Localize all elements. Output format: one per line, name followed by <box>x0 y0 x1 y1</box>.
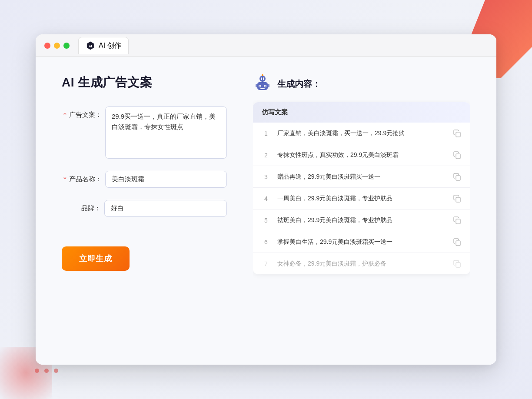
svg-point-14 <box>262 74 263 76</box>
table-row: 1厂家直销，美白淡斑霜，买一送一，29.9元抢购 <box>253 123 470 144</box>
row-text: 专抹女性斑点，真实功效，29.9元美白淡斑霜 <box>277 150 446 160</box>
copy-button[interactable] <box>453 194 462 203</box>
product-name-input[interactable]: 美白淡斑霜 <box>105 171 227 188</box>
brand-label: 品牌： <box>62 200 101 213</box>
form-group-product-name: ＊产品名称： 美白淡斑霜 <box>62 171 227 188</box>
table-row: 4一周美白，29.9元美白淡斑霜，专业护肤品 <box>253 188 470 209</box>
ad-copy-input[interactable]: 29.9买一送一，真正的厂家直销，美白淡斑霜，专抹女性斑点 <box>105 106 227 159</box>
form-group-brand: 品牌： 好白 <box>62 200 227 217</box>
result-rows-container: 1厂家直销，美白淡斑霜，买一送一，29.9元抢购 2专抹女性斑点，真实功效，29… <box>253 123 470 274</box>
ad-copy-label: ＊广告文案： <box>62 106 102 119</box>
generate-button[interactable]: 立即生成 <box>62 246 130 271</box>
form-group-ad-copy: ＊广告文案： 29.9买一送一，真正的厂家直销，美白淡斑霜，专抹女性斑点 <box>62 106 227 159</box>
row-number: 7 <box>262 260 270 267</box>
ai-tab-icon: AI <box>86 41 95 50</box>
copy-button[interactable] <box>453 173 462 181</box>
right-panel: 生成内容： 仿写文案 1厂家直销，美白淡斑霜，买一送一，29.9元抢购 2专抹女… <box>253 74 470 347</box>
row-number: 1 <box>262 130 270 137</box>
main-layout: AI 生成广告文案 ＊广告文案： 29.9买一送一，真正的厂家直销，美白淡斑霜，… <box>62 74 470 347</box>
svg-point-10 <box>259 86 261 87</box>
result-card: 仿写文案 1厂家直销，美白淡斑霜，买一送一，29.9元抢购 2专抹女性斑点，真实… <box>253 102 470 274</box>
row-number: 4 <box>262 195 270 202</box>
svg-rect-21 <box>456 263 460 267</box>
table-row: 5祛斑美白，29.9元美白淡斑霜，专业护肤品 <box>253 209 470 231</box>
table-col-label: 仿写文案 <box>262 108 288 116</box>
table-row: 7女神必备，29.9元美白淡斑霜，护肤必备 <box>253 253 470 274</box>
row-text: 掌握美白生活，29.9元美白淡斑霜买一送一 <box>277 237 446 246</box>
copy-button[interactable] <box>453 151 462 160</box>
svg-text:AI: AI <box>89 44 92 48</box>
row-number: 3 <box>262 173 270 180</box>
row-text: 厂家直销，美白淡斑霜，买一送一，29.9元抢购 <box>277 129 446 138</box>
copy-button[interactable] <box>453 129 462 138</box>
svg-rect-20 <box>456 241 460 246</box>
ad-copy-required-star: ＊ <box>62 111 68 118</box>
svg-point-11 <box>265 86 266 87</box>
row-text: 女神必备，29.9元美白淡斑霜，护肤必备 <box>277 259 446 268</box>
svg-rect-12 <box>260 88 265 89</box>
product-name-label: ＊产品名称： <box>62 171 102 183</box>
svg-rect-6 <box>256 84 257 87</box>
row-number: 6 <box>262 239 270 246</box>
table-row: 6掌握美白生活，29.9元美白淡斑霜买一送一 <box>253 231 470 253</box>
brand-input[interactable]: 好白 <box>104 200 227 217</box>
browser-content: AI 生成广告文案 ＊广告文案： 29.9买一送一，真正的厂家直销，美白淡斑霜，… <box>36 57 496 365</box>
traffic-lights <box>44 43 70 49</box>
browser-tab[interactable]: AI AI 创作 <box>78 37 129 54</box>
traffic-light-yellow[interactable] <box>54 43 60 49</box>
row-text: 一周美白，29.9元美白淡斑霜，专业护肤品 <box>277 194 446 203</box>
copy-button[interactable] <box>453 259 462 268</box>
svg-rect-17 <box>456 176 460 180</box>
result-header: 生成内容： <box>253 74 470 93</box>
result-table-header: 仿写文案 <box>253 102 470 123</box>
traffic-light-green[interactable] <box>63 43 70 49</box>
svg-rect-19 <box>456 219 460 224</box>
row-text: 祛斑美白，29.9元美白淡斑霜，专业护肤品 <box>277 216 446 225</box>
svg-rect-7 <box>268 84 269 87</box>
page-title: AI 生成广告文案 <box>62 74 227 91</box>
row-number: 2 <box>262 152 270 159</box>
left-panel: AI 生成广告文案 ＊广告文案： 29.9买一送一，真正的厂家直销，美白淡斑霜，… <box>62 74 227 347</box>
product-name-required-star: ＊ <box>62 175 68 183</box>
robot-icon <box>253 74 272 93</box>
svg-rect-16 <box>456 154 460 159</box>
traffic-light-red[interactable] <box>44 43 50 49</box>
copy-button[interactable] <box>453 238 462 246</box>
result-title: 生成内容： <box>277 78 321 90</box>
svg-rect-18 <box>456 197 460 202</box>
svg-rect-15 <box>456 132 460 137</box>
copy-button[interactable] <box>453 216 462 225</box>
row-number: 5 <box>262 217 270 224</box>
row-text: 赠品再送，29.9元美白淡斑霜买一送一 <box>277 172 446 181</box>
dots-decoration <box>35 369 58 373</box>
browser-titlebar: AI AI 创作 <box>36 34 496 57</box>
tab-label: AI 创作 <box>99 41 121 50</box>
table-row: 3赠品再送，29.9元美白淡斑霜买一送一 <box>253 166 470 188</box>
table-row: 2专抹女性斑点，真实功效，29.9元美白淡斑霜 <box>253 144 470 166</box>
browser-window: AI AI 创作 AI 生成广告文案 ＊广告文案： 29.9买一送一，真正的厂家… <box>36 34 496 365</box>
